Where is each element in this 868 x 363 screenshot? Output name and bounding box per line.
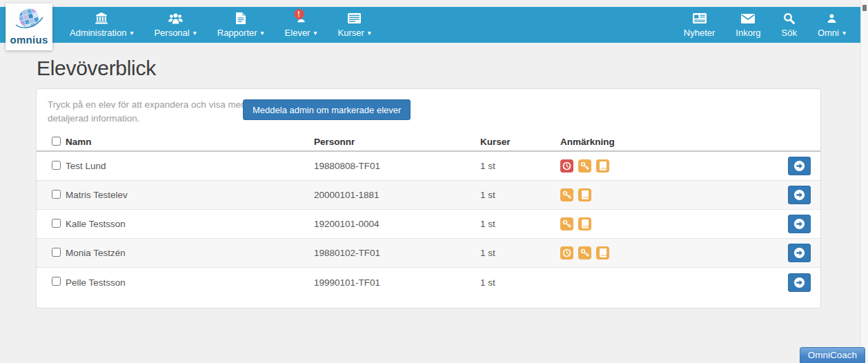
courses-count: 1 st bbox=[480, 190, 560, 200]
student-overview-panel: Tryck på en elev för att expandera och v… bbox=[36, 88, 821, 308]
personnr-value: 19880808-TF01 bbox=[314, 161, 480, 171]
remark-icons bbox=[560, 246, 786, 259]
table-body: Test Lund19880808-TF011 stMatris Testele… bbox=[37, 152, 820, 297]
key-icon[interactable] bbox=[578, 246, 591, 259]
scrollbar[interactable] bbox=[860, 0, 868, 363]
nav-item-label: Personal bbox=[154, 28, 189, 38]
nav-item-label: Rapporter bbox=[217, 28, 257, 38]
bank-icon bbox=[95, 12, 108, 24]
header-name: Namn bbox=[66, 137, 314, 147]
key-icon[interactable] bbox=[560, 217, 573, 230]
student-name: Kalle Testsson bbox=[66, 219, 314, 229]
nav-item-kurser[interactable]: Kurser▾ bbox=[327, 7, 381, 43]
clock-icon[interactable] bbox=[560, 159, 573, 173]
courses-count: 1 st bbox=[480, 277, 560, 288]
expand-row-button[interactable] bbox=[788, 273, 811, 292]
nav-item-label: Nyheter bbox=[684, 28, 716, 38]
student-name: Test Lund bbox=[66, 161, 314, 171]
nav-left-group: Administration▾Personal▾Rapporter▾!Eleve… bbox=[59, 7, 382, 43]
remark-icons bbox=[560, 217, 786, 230]
nav-item-rapporter[interactable]: Rapporter▾ bbox=[207, 7, 275, 43]
users-icon bbox=[168, 12, 183, 24]
nav-item-inkorg[interactable]: Inkorg bbox=[725, 7, 771, 43]
personnr-value: 19200101-0004 bbox=[314, 219, 480, 229]
caret-down-icon: ▾ bbox=[261, 29, 264, 37]
nav-item-omni[interactable]: Omni▾ bbox=[807, 7, 856, 43]
courses-count: 1 st bbox=[480, 248, 560, 258]
table-row[interactable]: Kalle Testsson19200101-00041 st bbox=[37, 210, 820, 239]
table-row[interactable]: Monia Testzén19880102-TF011 st bbox=[37, 239, 820, 268]
notify-admin-button[interactable]: Meddela admin om markerade elever bbox=[243, 99, 411, 120]
remark-icons bbox=[560, 188, 786, 202]
arrow-circle-right-icon bbox=[793, 218, 805, 230]
expand-row-button[interactable] bbox=[788, 157, 811, 175]
arrow-circle-right-icon bbox=[793, 189, 805, 201]
book-icon[interactable] bbox=[596, 246, 609, 259]
scrollbar-thumb[interactable] bbox=[862, 5, 867, 11]
table-row[interactable]: Matris Testelev20000101-18811 st bbox=[37, 181, 820, 210]
nav-right-group: NyheterInkorgSökOmni▾ bbox=[673, 7, 856, 43]
select-all-checkbox[interactable] bbox=[52, 137, 61, 146]
row-checkbox[interactable] bbox=[52, 161, 61, 170]
board-icon bbox=[348, 13, 361, 23]
book-icon[interactable] bbox=[578, 217, 591, 230]
arrow-circle-right-icon bbox=[793, 160, 805, 172]
news-icon bbox=[693, 13, 707, 23]
nav-item-label: Administration bbox=[70, 28, 126, 38]
row-checkbox[interactable] bbox=[52, 190, 61, 199]
nav-item-label: Elever bbox=[285, 28, 310, 38]
arrow-circle-right-icon bbox=[793, 277, 805, 288]
caret-down-icon: ▾ bbox=[842, 29, 846, 37]
nav-item-label: Kurser bbox=[337, 28, 364, 38]
page-title: Elevöverblick bbox=[37, 57, 156, 80]
omnicoach-button[interactable]: OmniCoach bbox=[800, 347, 865, 363]
logo-text: omnius bbox=[6, 34, 52, 46]
remark-icons bbox=[560, 159, 786, 173]
book-icon[interactable] bbox=[578, 188, 591, 202]
clock-icon[interactable] bbox=[560, 246, 573, 259]
caret-down-icon: ▾ bbox=[130, 29, 133, 37]
user-icon bbox=[827, 13, 837, 23]
personnr-value: 20000101-1881 bbox=[314, 190, 480, 200]
nav-item-label: Inkorg bbox=[736, 28, 760, 38]
courses-count: 1 st bbox=[480, 219, 560, 229]
key-icon[interactable] bbox=[560, 188, 573, 202]
caret-down-icon: ▾ bbox=[313, 29, 317, 37]
nav-item-label: Omni bbox=[818, 28, 839, 38]
table-row[interactable]: Pelle Testsson19990101-TF011 st bbox=[37, 268, 820, 297]
nav-item-elever[interactable]: !Elever▾ bbox=[275, 7, 328, 43]
table-row[interactable]: Test Lund19880808-TF011 st bbox=[37, 152, 820, 181]
students-table: Namn Personnr Kurser Anmärkning Test Lun… bbox=[37, 133, 820, 297]
courses-count: 1 st bbox=[480, 161, 560, 171]
row-checkbox[interactable] bbox=[52, 219, 61, 228]
key-icon[interactable] bbox=[578, 159, 591, 173]
expand-row-button[interactable] bbox=[788, 215, 811, 233]
personnr-value: 19990101-TF01 bbox=[314, 277, 480, 288]
book-icon[interactable] bbox=[596, 159, 609, 173]
caret-down-icon: ▾ bbox=[368, 29, 371, 37]
nav-item-sok[interactable]: Sök bbox=[771, 7, 807, 43]
omnius-logo[interactable]: omnius bbox=[6, 3, 52, 50]
intro-text: Tryck på en elev för att expandera och v… bbox=[48, 98, 246, 126]
row-checkbox[interactable] bbox=[52, 248, 61, 257]
personnr-value: 19880102-TF01 bbox=[314, 248, 480, 258]
student-name: Matris Testelev bbox=[66, 190, 314, 200]
nav-item-label: Sök bbox=[782, 28, 797, 38]
header-courses: Kurser bbox=[480, 137, 560, 147]
nav-item-administration[interactable]: Administration▾ bbox=[59, 7, 144, 43]
top-navbar: omnius Administration▾Personal▾Rapporter… bbox=[0, 7, 860, 43]
arrow-circle-right-icon bbox=[793, 247, 805, 259]
globe-logo-icon bbox=[12, 6, 46, 33]
nav-item-personal[interactable]: Personal▾ bbox=[144, 7, 206, 43]
table-header-row: Namn Personnr Kurser Anmärkning bbox=[37, 133, 820, 152]
header-remark: Anmärkning bbox=[560, 137, 786, 147]
caret-down-icon: ▾ bbox=[193, 29, 197, 37]
expand-row-button[interactable] bbox=[788, 244, 811, 262]
student-name: Pelle Testsson bbox=[66, 277, 314, 288]
student-name: Monia Testzén bbox=[66, 248, 314, 258]
document-icon bbox=[236, 12, 246, 24]
nav-item-nyheter[interactable]: Nyheter bbox=[673, 7, 726, 43]
row-checkbox[interactable] bbox=[52, 277, 61, 286]
alert-badge: ! bbox=[294, 9, 304, 19]
expand-row-button[interactable] bbox=[788, 186, 811, 204]
